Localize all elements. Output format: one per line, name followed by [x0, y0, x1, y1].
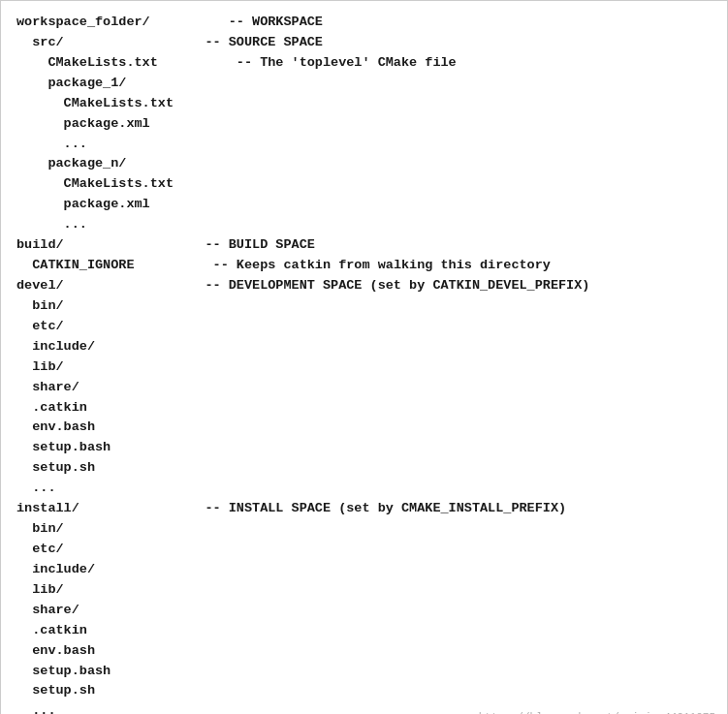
code-line: bin/: [16, 296, 712, 317]
code-text: env.bash: [16, 418, 95, 438]
code-line: build/ -- BUILD SPACE: [16, 235, 712, 256]
code-text: etc/: [16, 317, 64, 337]
code-comment: -- BUILD SPACE: [205, 235, 314, 256]
code-line: lib/: [16, 580, 712, 601]
code-line: install/ -- INSTALL SPACE (set by CMAKE_…: [16, 499, 712, 519]
code-line: env.bash: [16, 641, 712, 662]
code-line: bin/: [16, 519, 712, 540]
code-line: src/ -- SOURCE SPACE: [16, 33, 712, 53]
code-line: setup.sh: [16, 458, 712, 479]
code-text: CMakeLists.txt: [16, 174, 174, 195]
code-line: share/: [16, 378, 712, 398]
code-line: setup.bash: [16, 662, 712, 682]
code-text: include/: [16, 560, 95, 580]
code-line: workspace_folder/ -- WORKSPACE: [16, 13, 712, 33]
code-text: ...: [16, 135, 87, 155]
code-comment: -- The 'toplevel' CMake file: [237, 53, 457, 74]
code-text: ...: [16, 215, 87, 235]
code-line: devel/ -- DEVELOPMENT SPACE (set by CATK…: [16, 276, 712, 296]
code-text: package_1/: [16, 74, 126, 94]
code-line: include/: [16, 560, 712, 580]
code-line: share/: [16, 601, 712, 621]
code-text: build/: [16, 235, 64, 256]
code-line: setup.sh: [16, 681, 712, 701]
code-text: ...: [16, 479, 56, 499]
code-line: CMakeLists.txt -- The 'toplevel' CMake f…: [16, 53, 712, 74]
code-comment: -- DEVELOPMENT SPACE (set by CATKIN_DEVE…: [205, 276, 589, 296]
code-text: share/: [16, 378, 79, 398]
code-text: share/: [16, 601, 79, 621]
code-line: package.xml: [16, 114, 712, 135]
code-text: CATKIN_IGNORE: [16, 256, 135, 276]
code-text: bin/: [16, 519, 64, 540]
code-text: src/: [16, 33, 64, 53]
code-comment: -- SOURCE SPACE: [205, 33, 323, 53]
code-text: lib/: [16, 357, 64, 378]
code-text: package.xml: [16, 114, 150, 135]
code-text: bin/: [16, 296, 64, 317]
code-text: setup.sh: [16, 681, 95, 701]
code-line: etc/: [16, 317, 712, 337]
code-text: env.bash: [16, 641, 95, 662]
code-line: etc/: [16, 540, 712, 560]
code-line: package_n/: [16, 154, 712, 174]
code-line: CATKIN_IGNORE -- Keeps catkin from walki…: [16, 256, 712, 276]
code-text: package_n/: [16, 154, 126, 174]
code-comment: -- WORKSPACE: [229, 13, 323, 33]
code-text: package.xml: [16, 195, 150, 215]
watermark: https://blog.csdn.net/weixin_44911075: [479, 709, 715, 714]
code-text: workspace_folder/: [16, 13, 150, 33]
code-line: package.xml: [16, 195, 712, 215]
code-line: CMakeLists.txt: [16, 174, 712, 195]
code-text: setup.bash: [16, 438, 111, 458]
code-line: setup.bash: [16, 438, 712, 458]
code-text: CMakeLists.txt: [16, 94, 174, 114]
code-line: CMakeLists.txt: [16, 94, 712, 114]
code-text: lib/: [16, 580, 64, 601]
code-text: devel/: [16, 276, 64, 296]
code-block: workspace_folder/ -- WORKSPACE src/ -- S…: [0, 0, 728, 714]
code-text: .catkin: [16, 621, 87, 641]
code-line: .catkin: [16, 398, 712, 419]
code-line: env.bash: [16, 418, 712, 438]
code-text: setup.bash: [16, 662, 111, 682]
code-text: install/: [16, 499, 79, 519]
code-line: ...: [16, 479, 712, 499]
code-text: CMakeLists.txt: [16, 53, 158, 74]
code-text: include/: [16, 337, 95, 357]
code-line: lib/: [16, 357, 712, 378]
code-text: ...: [16, 701, 56, 714]
code-text: .catkin: [16, 398, 87, 419]
code-text: setup.sh: [16, 458, 95, 479]
code-line: ...: [16, 215, 712, 235]
code-text: etc/: [16, 540, 64, 560]
code-line: package_1/: [16, 74, 712, 94]
code-line: .catkin: [16, 621, 712, 641]
code-line: include/: [16, 337, 712, 357]
code-line: ...: [16, 135, 712, 155]
code-comment: -- INSTALL SPACE (set by CMAKE_INSTALL_P…: [205, 499, 566, 519]
code-comment: -- Keeps catkin from walking this direct…: [213, 256, 551, 276]
